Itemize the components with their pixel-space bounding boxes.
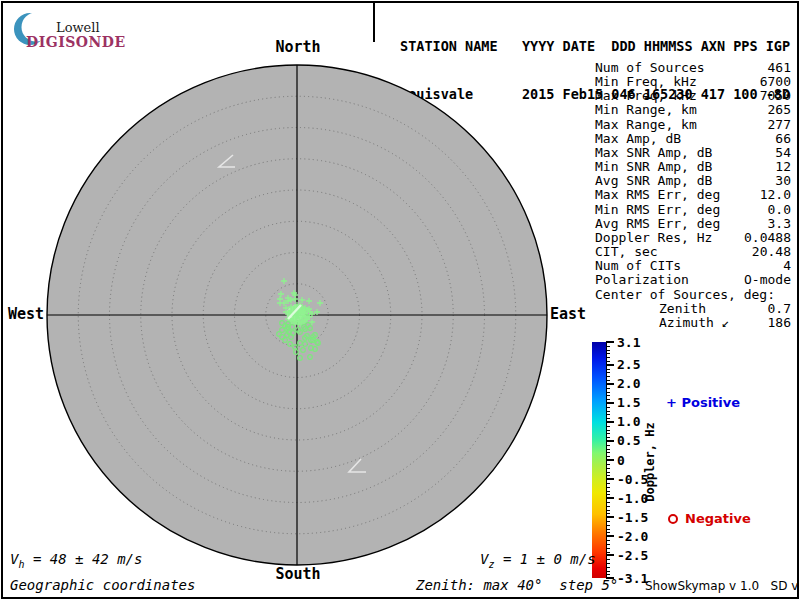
stat-value: O-mode xyxy=(744,273,791,287)
horizontal-velocity-text: Vh = 48 ± 42 m/s xyxy=(10,551,142,570)
stat-row: Min SNR Amp, dB12 xyxy=(595,160,791,174)
doppler-colorbar xyxy=(592,342,606,578)
stat-value: 0.0 xyxy=(768,203,791,217)
colorbar-tick-label: -1.5 xyxy=(617,510,653,525)
stat-row: Num of Sources461 xyxy=(595,61,791,75)
coordinates-note: Geographic coordinates xyxy=(10,577,195,593)
stat-row: Doppler Res, Hz0.0488 xyxy=(595,231,791,245)
stat-value: 20.48 xyxy=(752,245,791,259)
stat-row: Num of CITs4 xyxy=(595,259,791,273)
stat-row: Max Range, km277 xyxy=(595,118,791,132)
legend-positive-label: Positive xyxy=(681,395,740,410)
compass-label-north: North xyxy=(275,38,321,56)
stat-label: Azimuth ↙ xyxy=(595,316,729,330)
stat-row: Min Freq, kHz6700 xyxy=(595,75,791,89)
colorbar-major-tick xyxy=(606,364,614,366)
stat-label: Avg SNR Amp, dB xyxy=(595,174,712,188)
stat-label: Polarization xyxy=(595,273,689,287)
stat-label: Max Freq, kHz xyxy=(595,89,697,103)
stat-label: Max RMS Err, deg xyxy=(595,188,720,202)
vertical-velocity-text: Vz = 1 ± 0 m/s xyxy=(480,551,596,570)
stat-label: Zenith xyxy=(595,302,706,316)
stat-row: Avg RMS Err, deg3.3 xyxy=(595,217,791,231)
skymap-plot xyxy=(0,0,600,600)
stat-value: 7050 xyxy=(760,89,791,103)
stat-value: 0.7 xyxy=(768,302,791,316)
colorbar-major-tick xyxy=(606,497,614,499)
stat-label: Max Amp, dB xyxy=(595,132,681,146)
stat-value: 54 xyxy=(775,146,791,160)
stat-label: CIT, sec xyxy=(595,245,658,259)
stat-label: Min SNR Amp, dB xyxy=(595,160,712,174)
positive-marker-icon: + xyxy=(666,395,677,410)
colorbar-tick-label: -2.0 xyxy=(617,529,653,544)
stat-value: 12 xyxy=(775,160,791,174)
colorbar-title: Doppler, Hz xyxy=(643,419,659,505)
colorbar-major-tick xyxy=(606,440,614,442)
compass-label-east: East xyxy=(550,305,586,323)
stat-label: Avg RMS Err, deg xyxy=(595,217,720,231)
stat-row: Min Range, km265 xyxy=(595,103,791,117)
zenith-range-note: Zenith: max 40° step 5° xyxy=(416,577,618,593)
stat-value: 6700 xyxy=(760,75,791,89)
stat-row: Max SNR Amp, dB54 xyxy=(595,146,791,160)
stat-value: 265 xyxy=(768,103,791,117)
colorbar-tick-label: 3.1 xyxy=(617,335,653,350)
colorbar-major-tick xyxy=(606,383,614,385)
stat-label: Min RMS Err, deg xyxy=(595,203,720,217)
negative-marker-icon xyxy=(668,514,678,524)
stat-value: 0.0488 xyxy=(744,231,791,245)
stat-row: Max Freq, kHz7050 xyxy=(595,89,791,103)
stat-row: Azimuth ↙186 xyxy=(595,316,791,330)
stat-value: 3.3 xyxy=(768,217,791,231)
stat-label: Num of CITs xyxy=(595,259,681,273)
stat-value: 66 xyxy=(775,132,791,146)
colorbar-tick-label: 2.5 xyxy=(617,357,653,372)
stat-value: 30 xyxy=(775,174,791,188)
legend-positive: + Positive xyxy=(666,395,740,410)
showskymap-window: Lowell DIGISONDE STATION NAME YYYY DATE … xyxy=(0,0,800,600)
colorbar-tick-label: 1.5 xyxy=(617,395,653,410)
colorbar-tick-label: 2.0 xyxy=(617,376,653,391)
stat-row: Max RMS Err, deg12.0 xyxy=(595,188,791,202)
stat-row: CIT, sec20.48 xyxy=(595,245,791,259)
colorbar-major-tick xyxy=(606,516,614,518)
stat-row: PolarizationO-mode xyxy=(595,273,791,287)
colorbar-major-tick xyxy=(606,459,614,461)
colorbar-major-tick xyxy=(606,554,614,556)
colorbar-major-tick xyxy=(606,341,614,343)
colorbar-major-tick xyxy=(606,478,614,480)
stat-value: 186 xyxy=(768,316,791,330)
stat-label: Doppler Res, Hz xyxy=(595,231,712,245)
version-text: ShowSkymap v 1.0 SD v 5.1 xyxy=(645,579,795,593)
stat-row: Min RMS Err, deg0.0 xyxy=(595,203,791,217)
stats-panel: Num of Sources461Min Freq, kHz6700Max Fr… xyxy=(595,61,791,330)
stat-row: Max Amp, dB66 xyxy=(595,132,791,146)
stat-label: Center of Sources, deg: xyxy=(595,288,775,302)
stat-label: Min Range, km xyxy=(595,103,697,117)
stat-row: Zenith0.7 xyxy=(595,302,791,316)
stat-row: Center of Sources, deg: xyxy=(595,288,791,302)
stat-value: 4 xyxy=(783,259,791,273)
legend-negative-label: Negative xyxy=(685,511,751,526)
colorbar-major-tick xyxy=(606,402,614,404)
stat-row: Avg SNR Amp, dB30 xyxy=(595,174,791,188)
stat-value: 461 xyxy=(768,61,791,75)
compass-label-west: West xyxy=(8,305,44,323)
colorbar-major-tick xyxy=(606,421,614,423)
compass-label-south: South xyxy=(275,565,321,583)
stat-label: Min Freq, kHz xyxy=(595,75,697,89)
stat-label: Num of Sources xyxy=(595,61,705,75)
stat-value: 277 xyxy=(768,118,791,132)
stat-label: Max SNR Amp, dB xyxy=(595,146,712,160)
legend-negative: Negative xyxy=(668,511,751,526)
stat-label: Max Range, km xyxy=(595,118,697,132)
stat-value: 12.0 xyxy=(760,188,791,202)
colorbar-major-tick xyxy=(606,535,614,537)
colorbar-tick-label: -2.5 xyxy=(617,548,653,563)
